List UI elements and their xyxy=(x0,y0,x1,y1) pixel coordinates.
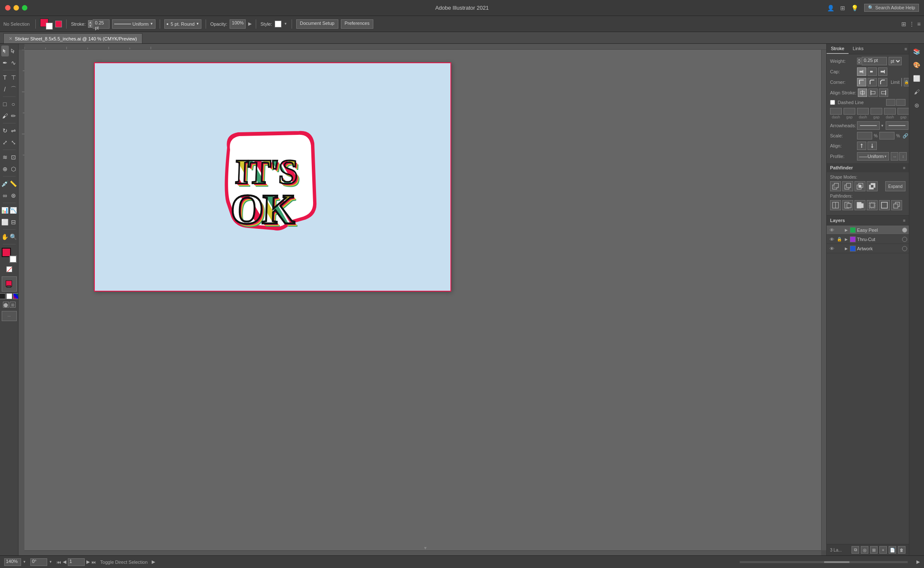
layer-row[interactable]: 👁 🔒 ▶ Thru-Cut xyxy=(827,235,909,244)
limit-lock[interactable]: 🔒 xyxy=(904,78,909,86)
weight-input[interactable]: 0.25 pt xyxy=(862,57,887,65)
panel-icon-2[interactable]: 🎨 xyxy=(911,59,923,71)
type-tool[interactable]: T xyxy=(1,72,9,83)
background-swatch[interactable] xyxy=(9,255,17,263)
pathfinder-header[interactable]: Pathfinder ≡ xyxy=(827,163,909,172)
account-icon[interactable]: 👤 xyxy=(827,5,834,11)
pathfinder-outline[interactable] xyxy=(879,200,890,210)
rotation-dropdown-arrow[interactable]: ▼ xyxy=(49,560,52,564)
document-setup-button[interactable]: Document Setup xyxy=(296,19,338,29)
color-swatch-red[interactable] xyxy=(55,21,62,27)
discover-icon[interactable]: 💡 xyxy=(851,5,858,11)
page-number-input[interactable]: 1 xyxy=(68,558,85,566)
pattern-swatch[interactable]: ⊞ xyxy=(10,302,16,308)
direct-selection-tool[interactable] xyxy=(10,46,17,56)
zoom-input[interactable]: 140% xyxy=(4,558,21,566)
free-transform-tool[interactable]: ⊡ xyxy=(10,152,17,163)
shape-exclude[interactable] xyxy=(867,181,878,191)
pathfinder-divide[interactable] xyxy=(830,200,841,210)
weight-unit-select[interactable]: pt xyxy=(889,57,902,65)
zoom-dropdown-arrow[interactable]: ▼ xyxy=(23,560,26,564)
dash-input-2[interactable] xyxy=(844,108,855,115)
rect-tool[interactable]: □ xyxy=(1,99,9,110)
page-last-icon[interactable]: ⏭ xyxy=(91,560,96,565)
minimize-button[interactable] xyxy=(13,5,19,11)
profile-select[interactable]: —— Uniform ▼ xyxy=(857,152,889,161)
shape-unite[interactable] xyxy=(830,181,841,191)
weight-stepper[interactable]: ▲ ▼ 0.25 pt xyxy=(857,57,887,65)
pencil-tool[interactable]: ✏ xyxy=(10,110,17,121)
cap-butt[interactable] xyxy=(857,67,866,76)
align-inside[interactable] xyxy=(868,88,878,97)
stroke-stepper[interactable]: ▲ ▼ 0.25 pt xyxy=(88,19,110,29)
scale-end-input[interactable] xyxy=(879,132,895,139)
style-swatch[interactable] xyxy=(275,21,281,27)
eyedropper-tool[interactable]: 💉 xyxy=(1,178,9,189)
curvature-tool[interactable]: ∿ xyxy=(10,57,17,68)
line-tool[interactable]: / xyxy=(1,84,9,95)
statusbar-right-arrow[interactable]: ▶ xyxy=(916,559,920,565)
canvas-main[interactable]: IT'S OK IT'S OK IT'S OK IT'S OK xyxy=(24,50,826,555)
stroke-type-dropdown[interactable]: Uniform ▼ xyxy=(112,19,155,29)
dash-style-1[interactable] xyxy=(886,99,895,106)
white-swatch[interactable] xyxy=(6,293,12,299)
warp-tool[interactable]: ≋ xyxy=(1,152,9,163)
profile-flip-h[interactable]: ↔ xyxy=(891,152,898,161)
pathfinder-trim[interactable] xyxy=(842,200,853,210)
active-tool-display[interactable] xyxy=(2,276,17,292)
dash-input-3[interactable] xyxy=(857,108,869,115)
rotate-tool[interactable]: ↻ xyxy=(1,125,9,136)
panel-menu-icon[interactable]: ≡ xyxy=(905,46,907,51)
layer-expand-icon[interactable]: ▶ xyxy=(844,237,849,242)
opacity-input[interactable]: 100% xyxy=(230,19,246,29)
align2-btn-1[interactable] xyxy=(857,142,866,150)
scale-start-input[interactable] xyxy=(857,132,872,139)
tab-close-icon[interactable]: ✕ xyxy=(9,36,12,41)
arrowhead-end-select[interactable] xyxy=(886,121,908,130)
selection-tool[interactable] xyxy=(1,46,9,56)
column-graph-tool[interactable]: 📊 xyxy=(1,205,9,216)
layer-target-circle[interactable] xyxy=(902,237,907,242)
layer-target-circle[interactable] xyxy=(902,228,907,233)
blend-tool[interactable]: ∞ xyxy=(1,190,9,201)
arrowhead-start-select[interactable] xyxy=(857,121,880,130)
black-swatch[interactable] xyxy=(0,293,5,299)
cap-round[interactable] xyxy=(868,67,877,76)
layer-expand-icon[interactable]: ▶ xyxy=(844,246,849,251)
corner-bevel[interactable] xyxy=(878,78,887,86)
layer-row[interactable]: 👁 🔒 ▶ Easy Peel xyxy=(827,225,909,235)
align2-btn-2[interactable] xyxy=(868,142,877,150)
rotation-input[interactable]: 0° xyxy=(30,558,47,566)
new-layer-icon[interactable]: 📄 xyxy=(889,546,896,554)
hand-tool[interactable]: ✋ xyxy=(1,231,9,242)
reflect-tool[interactable]: ⇌ xyxy=(10,125,17,136)
layer-row[interactable]: 👁 🔒 ▶ Artwork xyxy=(827,244,909,253)
panel-icon-5[interactable]: ⊛ xyxy=(911,99,923,111)
layer-lock-icon[interactable]: 🔒 xyxy=(836,236,842,242)
layer-expand-icon[interactable]: ▶ xyxy=(844,228,849,233)
page-next-icon[interactable]: ▶ xyxy=(86,559,90,565)
close-button[interactable] xyxy=(5,5,11,11)
scrollbar-bottom[interactable] xyxy=(739,561,908,563)
dash-style-2[interactable] xyxy=(896,99,905,106)
corner-round[interactable] xyxy=(868,78,877,86)
tab-links[interactable]: Links xyxy=(849,44,868,54)
expand-button[interactable]: Expand xyxy=(885,181,905,191)
reshape-tool[interactable]: ⤡ xyxy=(10,137,17,148)
dash-input-1[interactable] xyxy=(830,108,842,115)
panel-icon-1[interactable]: 📚 xyxy=(911,46,923,57)
style-dropdown-arrow[interactable]: ▼ xyxy=(284,22,287,26)
type-on-path-tool[interactable]: ⊤ xyxy=(10,72,17,83)
pathfinder-minus-back[interactable] xyxy=(891,200,902,210)
corner-miter[interactable] xyxy=(857,78,866,86)
limit-input[interactable] xyxy=(901,78,902,86)
align-outside[interactable] xyxy=(879,88,888,97)
panel-options-icon[interactable]: ≡ xyxy=(917,21,921,27)
scale-link-icon[interactable]: 🔗 xyxy=(903,133,908,139)
scale-tool[interactable]: ⤢ xyxy=(1,137,9,148)
stroke-swatch-small[interactable] xyxy=(46,23,53,29)
locate-object-icon[interactable]: ◎ xyxy=(861,546,868,554)
scroll-vertical[interactable] xyxy=(821,50,826,550)
toggle-arrow[interactable]: ▶ xyxy=(152,559,155,565)
dash-input-5[interactable] xyxy=(884,108,896,115)
